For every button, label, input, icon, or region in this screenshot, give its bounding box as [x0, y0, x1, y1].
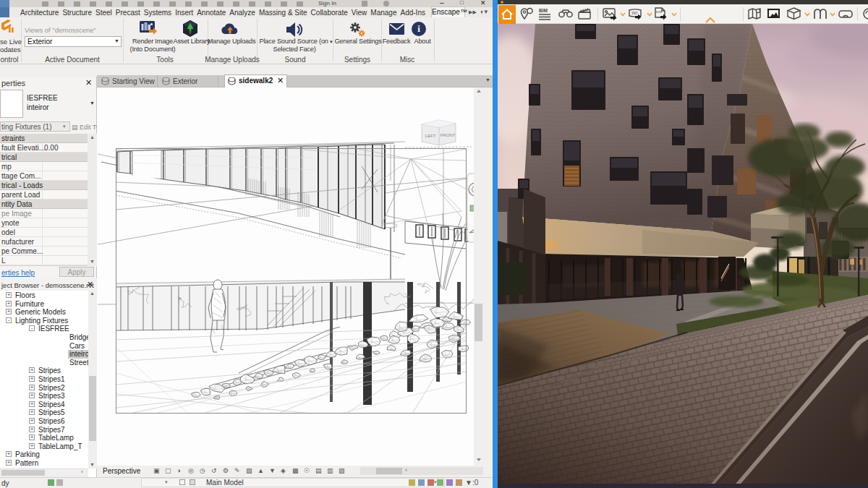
- svg-text:BIM: BIM: [539, 8, 548, 13]
- svg-text:FRONT: FRONT: [441, 133, 456, 137]
- svg-text:360°: 360°: [631, 12, 639, 15]
- svg-text:LEFT: LEFT: [425, 134, 436, 138]
- svg-text:EXE: EXE: [656, 10, 663, 14]
